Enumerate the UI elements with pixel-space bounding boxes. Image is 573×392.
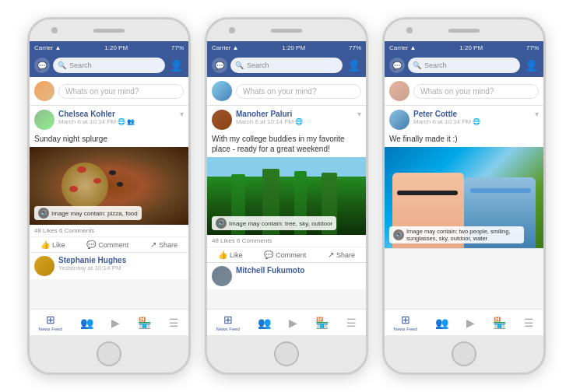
status-right-3: 77% <box>526 44 539 51</box>
comment-button-1[interactable]: 💬 Comment <box>86 240 128 249</box>
post-actions-2: 👍 Like 💬 Comment ↗ Share <box>207 247 366 262</box>
post-card-1: Chelsea Kohler March 6 at 10:14 PM 🌐👥 ▾ … <box>30 106 188 253</box>
time-3: 1:20 PM <box>459 44 483 51</box>
profile-icon-2[interactable]: 👤 <box>346 58 361 73</box>
time-2: 1:20 PM <box>282 44 305 51</box>
share-icon-1: ↗ <box>150 240 156 249</box>
status-right-2: 77% <box>349 44 361 51</box>
status-bar-1: Carrier ▲ 1:20 PM 77% <box>30 41 188 54</box>
next-post-1: Stephanie Hughes Yesterday at 10:14 PM <box>30 253 188 279</box>
next-user-info-1: Stephanie Hughes Yesterday at 10:14 PM <box>58 256 184 271</box>
speaker-2 <box>271 29 302 33</box>
tab-marketplace-2[interactable]: 🏪 <box>315 317 329 329</box>
status-input-2[interactable]: Whats on your mind? <box>236 84 361 99</box>
newsfeed-icon-1: ⊞ <box>46 313 55 326</box>
next-username-1: Stephanie Hughes <box>58 256 184 264</box>
search-bar-1[interactable]: 🔍 Search <box>53 58 165 73</box>
camera-2 <box>229 27 235 33</box>
sound-icon-2: 🔊 <box>216 218 227 229</box>
speaker-3 <box>448 29 480 33</box>
search-bar-3[interactable]: 🔍 Search <box>408 58 520 73</box>
scene: Carrier ▲ 1:20 PM 77% 💬 🔍 Search 👤 <box>0 0 573 392</box>
friends-icon-2: 👥 <box>258 317 271 329</box>
search-bar-2[interactable]: 🔍 Search <box>230 58 343 73</box>
tab-watch-3[interactable]: ▶ <box>466 317 475 329</box>
status-input-1[interactable]: Whats on your mind? <box>58 84 184 99</box>
status-input-3[interactable]: Whats on your mind? <box>413 84 539 99</box>
comment-icon-1: 💬 <box>86 240 96 249</box>
tab-menu-1[interactable]: ☰ <box>169 317 179 329</box>
tab-marketplace-1[interactable]: 🏪 <box>138 317 151 329</box>
screen-2: Carrier ▲ 1:20 PM 77% 💬 🔍 Search 👤 <box>207 41 366 335</box>
post-image-1: 🔊 Image may contain: pizza, food <box>30 147 188 225</box>
tab-friends-2[interactable]: 👥 <box>258 317 271 329</box>
tab-newsfeed-1[interactable]: ⊞ News Feed <box>39 313 62 331</box>
post-text-2: With my college buddies in my favorite p… <box>207 134 366 157</box>
tab-friends-3[interactable]: 👥 <box>435 317 448 329</box>
sound-icon-1: 🔊 <box>38 208 49 219</box>
post-user-info-1: Chelsea Kohler March 6 at 10:14 PM 🌐👥 <box>58 110 176 125</box>
messenger-icon-3[interactable]: 💬 <box>389 58 405 73</box>
search-icon-1: 🔍 <box>58 61 66 69</box>
avatar-self-3 <box>389 81 410 101</box>
post-text-3: We finally made it :) <box>385 134 543 147</box>
tab-menu-3[interactable]: ☰ <box>524 317 534 329</box>
status-bar-2: Carrier ▲ 1:20 PM 77% <box>207 41 366 54</box>
tab-marketplace-3[interactable]: 🏪 <box>493 317 506 329</box>
chevron-down-icon-2: ▾ <box>357 110 361 118</box>
watch-icon-3: ▶ <box>466 317 475 329</box>
marketplace-icon-2: 🏪 <box>315 317 329 329</box>
share-button-1[interactable]: ↗ Share <box>150 240 178 249</box>
phone-top-1 <box>30 19 188 41</box>
share-icon-2: ↗ <box>328 250 334 259</box>
tab-newsfeed-2[interactable]: ⊞ News Feed <box>216 313 240 331</box>
image-caption-1: 🔊 Image may contain: pizza, food <box>34 206 142 220</box>
post-image-3: 🔊 Image may contain: two people, smiling… <box>385 147 543 248</box>
newsfeed-icon-2: ⊞ <box>223 313 233 326</box>
post-username-3: Peter Cottle <box>413 110 531 118</box>
avatar-chelsea <box>34 110 54 130</box>
tab-bar-3: ⊞ News Feed 👥 ▶ 🏪 ☰ <box>385 309 543 335</box>
tab-menu-2[interactable]: ☰ <box>346 317 357 329</box>
menu-icon-3: ☰ <box>524 317 534 329</box>
home-button-2[interactable] <box>274 341 299 366</box>
status-left-2: Carrier ▲ <box>212 44 238 51</box>
menu-icon-1: ☰ <box>169 317 179 329</box>
tab-watch-2[interactable]: ▶ <box>289 317 297 329</box>
phone-bottom-1 <box>30 335 188 373</box>
profile-icon-3[interactable]: 👤 <box>523 58 539 73</box>
post-image-2: 🔊 Image may contain: tree, sky, outdoor <box>207 157 366 235</box>
tab-bar-2: ⊞ News Feed 👥 ▶ 🏪 ☰ <box>207 309 366 335</box>
chevron-down-icon-1: ▾ <box>180 110 184 118</box>
like-button-1[interactable]: 👍 Like <box>40 240 65 249</box>
like-icon-1: 👍 <box>40 240 50 249</box>
image-caption-2: 🔊 Image may contain: tree, sky, outdoor <box>212 216 336 230</box>
fb-navbar-1: 💬 🔍 Search 👤 <box>30 54 188 77</box>
comment-button-2[interactable]: 💬 Comment <box>264 250 306 259</box>
post-header-3: Peter Cottle March 6 at 10:14 PM 🌐 ▾ <box>385 106 543 134</box>
avatar-self-2 <box>212 81 232 101</box>
comment-icon-2: 💬 <box>264 250 273 259</box>
next-username-2: Mitchell Fukumoto <box>236 266 361 275</box>
carrier-3: Carrier <box>389 44 408 51</box>
messenger-icon-1[interactable]: 💬 <box>34 58 50 73</box>
sound-icon-3: 🔊 <box>393 229 404 240</box>
home-button-3[interactable] <box>452 341 476 366</box>
friends-icon-1: 👥 <box>80 317 93 329</box>
menu-icon-2: ☰ <box>346 317 357 329</box>
post-stats-1: 48 Likes 6 Comments <box>30 225 188 237</box>
share-button-2[interactable]: ↗ Share <box>328 250 355 259</box>
tab-newsfeed-3[interactable]: ⊞ News Feed <box>394 313 417 331</box>
signal-icon-2: ▲ <box>232 44 238 51</box>
tab-friends-1[interactable]: 👥 <box>80 317 93 329</box>
profile-icon-1[interactable]: 👤 <box>168 58 184 73</box>
search-placeholder-3: Search <box>424 61 447 69</box>
messenger-icon-2[interactable]: 💬 <box>212 58 227 73</box>
post-header-1: Chelsea Kohler March 6 at 10:14 PM 🌐👥 ▾ <box>30 106 188 134</box>
phone-1: Carrier ▲ 1:20 PM 77% 💬 🔍 Search 👤 <box>27 17 191 375</box>
home-button-1[interactable] <box>97 341 121 366</box>
tab-watch-1[interactable]: ▶ <box>111 317 120 329</box>
avatar-mitchell <box>212 266 232 286</box>
fb-navbar-2: 💬 🔍 Search 👤 <box>207 54 366 77</box>
like-button-2[interactable]: 👍 Like <box>218 250 243 259</box>
